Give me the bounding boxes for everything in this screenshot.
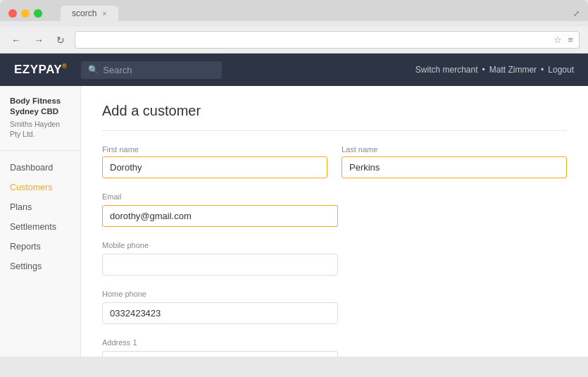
expand-icon[interactable]: ⤢ (573, 9, 580, 18)
first-name-label: First name (102, 145, 327, 154)
app: EZYPAY® 🔍 Switch merchant • Matt Zimmer … (0, 54, 588, 357)
active-tab[interactable]: scorch × (61, 6, 118, 21)
mobile-group: Mobile phone (102, 238, 567, 276)
back-button[interactable]: ← (8, 33, 24, 47)
mobile-input[interactable] (102, 254, 338, 276)
close-button[interactable] (8, 9, 17, 18)
first-name-group: First name (102, 145, 327, 178)
titlebar: scorch × ⤢ (8, 6, 580, 21)
sidebar-item-plans[interactable]: Plans (0, 197, 80, 217)
sidebar-item-customers[interactable]: Customers (0, 178, 80, 197)
maximize-button[interactable] (34, 9, 42, 18)
menu-icon[interactable]: ≡ (568, 35, 573, 45)
browser-toolbar: ← → ↻ ☆ ≡ (0, 27, 588, 54)
forward-button[interactable]: → (31, 33, 46, 47)
user-name: Matt Zimmer (489, 65, 537, 75)
address1-group: Address 1 (102, 335, 567, 357)
nav-dot-2: • (541, 65, 544, 75)
email-input[interactable] (102, 205, 338, 227)
email-group: Email (102, 190, 567, 227)
sidebar-item-settlements[interactable]: Settlements (0, 217, 80, 237)
home-phone-input[interactable] (102, 302, 338, 324)
last-name-input[interactable] (342, 156, 567, 178)
page-title: Add a customer (102, 103, 567, 131)
content: Add a customer First name Last name Emai… (81, 86, 588, 357)
merchant-sub: Smiths Hayden Pty Ltd. (0, 120, 80, 150)
tab-close-icon[interactable]: × (102, 9, 106, 18)
logo: EZYPAY® (14, 63, 67, 77)
search-input[interactable] (103, 65, 187, 75)
nav-dot-1: • (482, 65, 485, 75)
switch-merchant-link[interactable]: Switch merchant (415, 65, 478, 75)
sidebar-item-dashboard[interactable]: Dashboard (0, 158, 80, 178)
email-label: Email (102, 192, 122, 201)
merchant-name: Body Fitness Sydney CBD (0, 96, 80, 120)
sidebar-item-reports[interactable]: Reports (0, 237, 80, 257)
name-row: First name Last name (102, 145, 567, 178)
tab-title: scorch (72, 8, 96, 18)
last-name-group: Last name (342, 145, 567, 178)
mobile-label: Mobile phone (102, 241, 149, 249)
tab-bar: scorch × (61, 6, 569, 21)
sidebar-item-settings[interactable]: Settings (0, 257, 80, 276)
nav-right: Switch merchant • Matt Zimmer • Logout (415, 65, 574, 75)
logout-link[interactable]: Logout (548, 65, 574, 75)
top-nav: EZYPAY® 🔍 Switch merchant • Matt Zimmer … (0, 54, 588, 86)
address-bar[interactable]: ☆ ≡ (75, 31, 580, 49)
search-icon: 🔍 (88, 65, 99, 75)
first-name-input[interactable] (102, 156, 327, 178)
address1-label: Address 1 (102, 338, 137, 347)
sidebar-divider (0, 150, 80, 151)
address-bar-icons: ☆ ≡ (553, 35, 573, 45)
home-phone-label: Home phone (102, 290, 146, 298)
bookmark-icon[interactable]: ☆ (553, 35, 562, 45)
refresh-button[interactable]: ↻ (54, 33, 68, 47)
browser-chrome: scorch × ⤢ (0, 0, 588, 21)
main-area: Body Fitness Sydney CBD Smiths Hayden Pt… (0, 86, 588, 357)
minimize-button[interactable] (21, 9, 30, 18)
address1-input[interactable] (102, 351, 338, 357)
last-name-label: Last name (342, 145, 567, 154)
sidebar: Body Fitness Sydney CBD Smiths Hayden Pt… (0, 86, 81, 357)
search-bar[interactable]: 🔍 (81, 61, 222, 79)
home-phone-group: Home phone (102, 287, 567, 324)
